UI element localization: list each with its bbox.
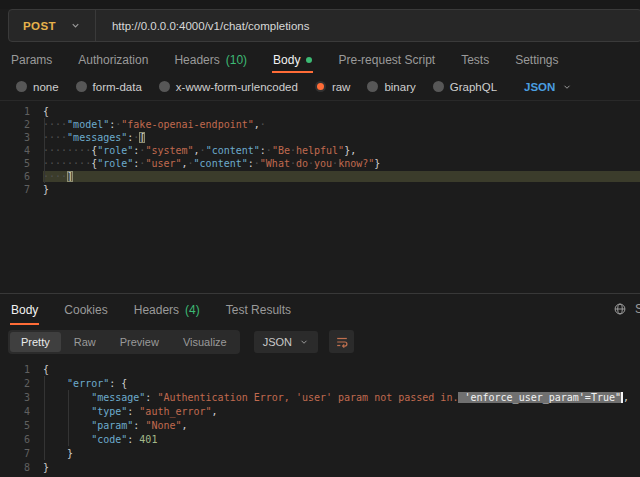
code-token: } [43, 462, 49, 473]
indent-guide [44, 376, 45, 460]
radio-icon [159, 81, 170, 92]
code-token: "system" [145, 145, 193, 156]
tab-label: Params [11, 53, 52, 67]
url-input[interactable]: http://0.0.0.0:4000/v1/chat/completions [96, 20, 310, 32]
body-mode-label: binary [384, 81, 415, 93]
code-text: ····"model":·"fake-openai-endpoint",· [43, 119, 640, 130]
response-language-selector[interactable]: JSON [254, 331, 318, 353]
request-code-area[interactable]: 1{2····"model":·"fake-openai-endpoint",·… [0, 101, 640, 196]
tab-headers[interactable]: Headers(4) [133, 294, 201, 325]
body-mode-graphql[interactable]: GraphQL [433, 81, 497, 93]
code-line[interactable]: 4 "type": "auth_error", [0, 404, 640, 418]
code-token: "None" [145, 420, 181, 431]
code-token: ···· [43, 171, 67, 182]
code-token: you [314, 158, 332, 169]
code-text: ········{"role":·"system",·"content":·"B… [43, 145, 640, 156]
tab-params[interactable]: Params [10, 46, 53, 73]
code-token: "fake-openai-endpoint" [121, 119, 253, 130]
code-token: : [127, 406, 139, 417]
code-line[interactable]: 4········{"role":·"system",·"content":·"… [0, 144, 640, 157]
code-line[interactable]: 8} [0, 460, 640, 474]
code-token [43, 378, 67, 389]
body-mode-form-data[interactable]: form-data [76, 81, 142, 93]
body-mode-label: form-data [93, 81, 142, 93]
tab-settings[interactable]: Settings [514, 46, 559, 73]
indent-guide [44, 118, 45, 183]
tab-label: Body [11, 303, 38, 317]
code-line[interactable]: 2····"model":·"fake-openai-endpoint",· [0, 118, 640, 131]
code-line[interactable]: 7} [0, 183, 640, 196]
body-mode-binary[interactable]: binary [367, 81, 415, 93]
request-language-selector[interactable]: JSON [524, 81, 572, 93]
tab-label: Pre-request Script [338, 53, 435, 67]
line-number: 6 [0, 434, 43, 445]
code-line[interactable]: 5 "param": "None", [0, 418, 640, 432]
code-line[interactable]: 1{ [0, 105, 640, 118]
wrap-text-icon [335, 335, 349, 349]
code-line[interactable]: 6····] [0, 170, 640, 183]
tab-test-results[interactable]: Test Results [225, 294, 292, 325]
line-number: 3 [0, 392, 43, 403]
radio-icon [76, 81, 87, 92]
line-number: 5 [0, 420, 43, 431]
radio-icon [315, 81, 326, 92]
line-number: 1 [0, 364, 43, 375]
request-body-editor[interactable]: 1{2····"model":·"fake-openai-endpoint",·… [0, 100, 640, 293]
tab-body[interactable]: Body [10, 294, 39, 325]
code-line[interactable]: 3 "message": "Authentication Error, 'use… [0, 390, 640, 404]
chevron-down-icon [562, 82, 572, 92]
tab-count: (4) [185, 303, 200, 317]
code-token: ] [67, 171, 73, 182]
api-client-window: POST http://0.0.0.0:4000/v1/chat/complet… [0, 0, 640, 477]
tab-authorization[interactable]: Authorization [77, 46, 149, 73]
tab-label: Test Results [226, 303, 291, 317]
view-pretty[interactable]: Pretty [10, 332, 61, 352]
tab-body[interactable]: Body [272, 46, 313, 73]
tab-pre-request-script[interactable]: Pre-request Script [337, 46, 436, 73]
code-line[interactable]: 2 "error": { [0, 376, 640, 390]
code-line[interactable]: 3····"messages":·[ [0, 131, 640, 144]
code-token: : [127, 434, 139, 445]
code-text: "code": 401 [43, 434, 640, 445]
body-mode-label: x-www-form-urlencoded [176, 81, 298, 93]
code-token: "error" [67, 378, 109, 389]
code-token: "message" [91, 392, 145, 403]
tab-tests[interactable]: Tests [460, 46, 490, 73]
view-preview[interactable]: Preview [109, 332, 170, 352]
code-token: "Authentication Error, 'user' param not … [157, 392, 458, 403]
code-token: "type" [91, 406, 127, 417]
view-raw[interactable]: Raw [63, 332, 107, 352]
radio-icon [433, 81, 444, 92]
tab-label: Settings [515, 53, 558, 67]
method-selector[interactable]: POST [9, 10, 95, 41]
indent-guide [68, 390, 69, 446]
code-line[interactable]: 1{ [0, 362, 640, 376]
response-body-viewer[interactable]: 1{2 "error": {3 "message": "Authenticati… [0, 357, 640, 477]
tab-cookies[interactable]: Cookies [63, 294, 108, 325]
code-text: "message": "Authentication Error, 'user'… [43, 392, 640, 403]
code-line[interactable]: 6 "code": 401 [0, 432, 640, 446]
radio-icon [16, 81, 27, 92]
code-token: }, [344, 145, 356, 156]
request-url-bar: POST http://0.0.0.0:4000/v1/chat/complet… [8, 9, 640, 42]
code-token: } [43, 184, 49, 195]
body-mode-raw[interactable]: raw [315, 81, 351, 93]
globe-icon[interactable] [613, 302, 627, 316]
tab-headers[interactable]: Headers(10) [173, 46, 248, 73]
code-token: "code" [91, 434, 127, 445]
line-number: 4 [0, 406, 43, 417]
view-visualize[interactable]: Visualize [172, 332, 238, 352]
response-code-area[interactable]: 1{2 "error": {3 "message": "Authenticati… [0, 357, 640, 474]
top-strip [0, 0, 640, 9]
wrap-text-button[interactable] [329, 330, 354, 353]
code-line[interactable]: 7 } [0, 446, 640, 460]
body-mode-label: none [33, 81, 59, 93]
code-token: · [260, 119, 266, 130]
code-text: { [43, 106, 640, 117]
code-line[interactable]: 5········{"role":·"user",·"content":·"Wh… [0, 157, 640, 170]
body-mode-x-www-form-urlencoded[interactable]: x-www-form-urlencoded [159, 81, 298, 93]
line-number: 6 [0, 171, 43, 182]
code-token: do [296, 158, 308, 169]
code-text: } [43, 448, 640, 459]
body-mode-none[interactable]: none [16, 81, 59, 93]
